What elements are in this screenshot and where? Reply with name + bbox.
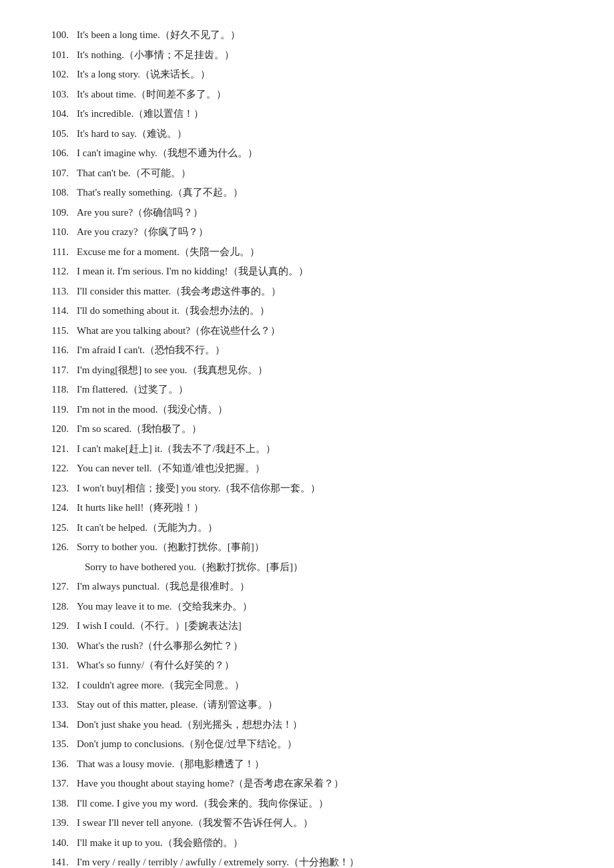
list-item: 126.Sorry to bother you.（抱歉打扰你。[事前]） <box>40 539 574 556</box>
phrase-text: What's so funny/（有什么好笑的？） <box>77 657 574 674</box>
phrase-number: 119. <box>40 401 77 419</box>
phrase-number: 113. <box>40 283 77 300</box>
phrase-number: 125. <box>40 519 77 537</box>
phrase-text: Don't just shake you head.（别光摇头，想想办法！） <box>77 716 574 734</box>
list-item: 130.What's the rush?（什么事那么匆忙？） <box>40 638 574 655</box>
phrase-text: What's the rush?（什么事那么匆忙？） <box>77 638 574 655</box>
phrase-number: 107. <box>40 165 77 182</box>
phrase-text: I'll consider this matter.（我会考虑这件事的。） <box>77 283 574 300</box>
phrase-number: 103. <box>40 86 77 103</box>
phrase-text: Stay out of this matter, please.（请别管这事。） <box>77 696 574 714</box>
phrase-list: 100.It's been a long time.（好久不见了。）101.It… <box>40 27 574 868</box>
list-item: 134.Don't just shake you head.（别光摇头，想想办法… <box>40 716 574 734</box>
list-item: 129.I wish I could.（不行。）[委婉表达法] <box>40 618 574 635</box>
phrase-text: It's hard to say.（难说。） <box>77 126 574 143</box>
list-item: 140.I'll make it up to you.（我会赔偿的。） <box>40 835 574 852</box>
list-item: 127.I'm always punctual.（我总是很准时。） <box>40 578 574 596</box>
phrase-number: 126. <box>40 539 77 556</box>
phrase-text: I'm flattered.（过奖了。） <box>77 381 574 399</box>
list-item: 121.I can't make[赶上] it.（我去不了/我赶不上。） <box>40 441 574 458</box>
list-item: 104.It's incredible.（难以置信！） <box>40 105 574 123</box>
phrase-number: 115. <box>40 322 77 340</box>
phrase-text: Are you sure?（你确信吗？） <box>77 204 574 222</box>
phrase-number: 110. <box>40 224 77 241</box>
phrase-number: 140. <box>40 835 77 852</box>
phrase-text: It's a long story.（说来话长。） <box>77 66 574 83</box>
phrase-number: 122. <box>40 460 77 477</box>
phrase-text: I'll do something about it.（我会想办法的。） <box>77 302 574 320</box>
list-item: 133.Stay out of this matter, please.（请别管… <box>40 696 574 714</box>
list-item: 101.It's nothing.（小事情；不足挂齿。） <box>40 47 574 64</box>
phrase-text: I swear I'll never tell anyone.（我发誓不告诉任何… <box>77 815 574 832</box>
list-item: 128.You may leave it to me.（交给我来办。） <box>40 598 574 616</box>
list-item: 108.That's really something.（真了不起。） <box>40 184 574 202</box>
list-item: 125.It can't be helped.（无能为力。） <box>40 519 574 537</box>
list-item: 139.I swear I'll never tell anyone.（我发誓不… <box>40 815 574 832</box>
phrase-number: 102. <box>40 66 77 83</box>
list-item: 136.That was a lousy movie.（那电影糟透了！） <box>40 756 574 773</box>
list-item: 114.I'll do something about it.（我会想办法的。） <box>40 302 574 320</box>
phrase-number: 109. <box>40 204 77 222</box>
phrase-text: That's really something.（真了不起。） <box>77 184 574 202</box>
list-item: 103.It's about time.（时间差不多了。） <box>40 86 574 103</box>
list-item: 135.Don't jump to conclusions.（别仓促/过早下结论… <box>40 736 574 753</box>
phrase-text: Are you crazy?（你疯了吗？） <box>77 224 574 241</box>
phrase-text: I couldn't agree more.（我完全同意。） <box>77 677 574 694</box>
list-item: 132.I couldn't agree more.（我完全同意。） <box>40 677 574 694</box>
phrase-text: I'm always punctual.（我总是很准时。） <box>77 578 574 596</box>
phrase-number: 137. <box>40 775 77 793</box>
list-item: 112.I mean it. I'm serious. I'm no kiddi… <box>40 263 574 280</box>
phrase-text: Have you thought about staying home?（是否考… <box>77 775 574 793</box>
list-item: 110.Are you crazy?（你疯了吗？） <box>40 224 574 241</box>
phrase-number: 124. <box>40 499 77 517</box>
phrase-number: 129. <box>40 618 77 635</box>
phrase-number: 132. <box>40 677 77 694</box>
phrase-number: 139. <box>40 815 77 832</box>
phrase-text: Sorry to have bothered you.（抱歉打扰你。[事后]） <box>85 559 574 576</box>
phrase-text: Sorry to bother you.（抱歉打扰你。[事前]） <box>77 539 574 556</box>
phrase-number: 111. <box>40 244 77 261</box>
phrase-number: 108. <box>40 184 77 202</box>
phrase-text: It's about time.（时间差不多了。） <box>77 86 574 103</box>
phrase-text: I'm dying[很想] to see you.（我真想见你。） <box>77 362 574 379</box>
list-item: 107.That can't be.（不可能。） <box>40 165 574 182</box>
phrase-number: 138. <box>40 795 77 813</box>
phrase-text: That was a lousy movie.（那电影糟透了！） <box>77 756 574 773</box>
phrase-text: I mean it. I'm serious. I'm no kidding!（… <box>77 263 574 280</box>
list-item: 102.It's a long story.（说来话长。） <box>40 66 574 83</box>
phrase-text: I can't imagine why.（我想不通为什么。） <box>77 145 574 162</box>
phrase-text: What are you talking about?（你在说些什么？） <box>77 322 574 340</box>
list-item: 111.Excuse me for a moment.（失陪一会儿。） <box>40 244 574 261</box>
list-item: 115.What are you talking about?（你在说些什么？） <box>40 322 574 340</box>
phrase-text: I'll come. I give you my word.（我会来的。我向你保… <box>77 795 574 813</box>
phrase-text: I'll make it up to you.（我会赔偿的。） <box>77 835 574 852</box>
phrase-number: 141. <box>40 854 77 868</box>
phrase-number: 100. <box>40 27 77 44</box>
phrase-number: 101. <box>40 47 77 64</box>
phrase-text: I'm so scared.（我怕极了。） <box>77 421 574 438</box>
phrase-number: 117. <box>40 362 77 379</box>
phrase-number: 114. <box>40 302 77 320</box>
phrase-text: That can't be.（不可能。） <box>77 165 574 182</box>
phrase-text: I wish I could.（不行。）[委婉表达法] <box>77 618 574 635</box>
phrase-text: I'm afraid I can't.（恐怕我不行。） <box>77 342 574 359</box>
list-item: Sorry to have bothered you.（抱歉打扰你。[事后]） <box>40 559 574 576</box>
phrase-text: It's incredible.（难以置信！） <box>77 105 574 123</box>
list-item: 113.I'll consider this matter.（我会考虑这件事的。… <box>40 283 574 300</box>
phrase-text: I can't make[赶上] it.（我去不了/我赶不上。） <box>77 441 574 458</box>
list-item: 138.I'll come. I give you my word.（我会来的。… <box>40 795 574 813</box>
phrase-number: 127. <box>40 578 77 596</box>
phrase-text: You may leave it to me.（交给我来办。） <box>77 598 574 616</box>
phrase-text: Excuse me for a moment.（失陪一会儿。） <box>77 244 574 261</box>
list-item: 122.You can never tell.（不知道/谁也没把握。） <box>40 460 574 477</box>
list-item: 131.What's so funny/（有什么好笑的？） <box>40 657 574 674</box>
phrase-number: 120. <box>40 421 77 438</box>
list-item: 109.Are you sure?（你确信吗？） <box>40 204 574 222</box>
phrase-number: 106. <box>40 145 77 162</box>
phrase-text: It hurts like hell!（疼死啦！） <box>77 499 574 517</box>
phrase-text: I won't buy[相信；接受] you story.（我不信你那一套。） <box>77 480 574 497</box>
phrase-number: 130. <box>40 638 77 655</box>
phrase-number: 116. <box>40 342 77 359</box>
phrase-number: 131. <box>40 657 77 674</box>
phrase-number: 135. <box>40 736 77 753</box>
